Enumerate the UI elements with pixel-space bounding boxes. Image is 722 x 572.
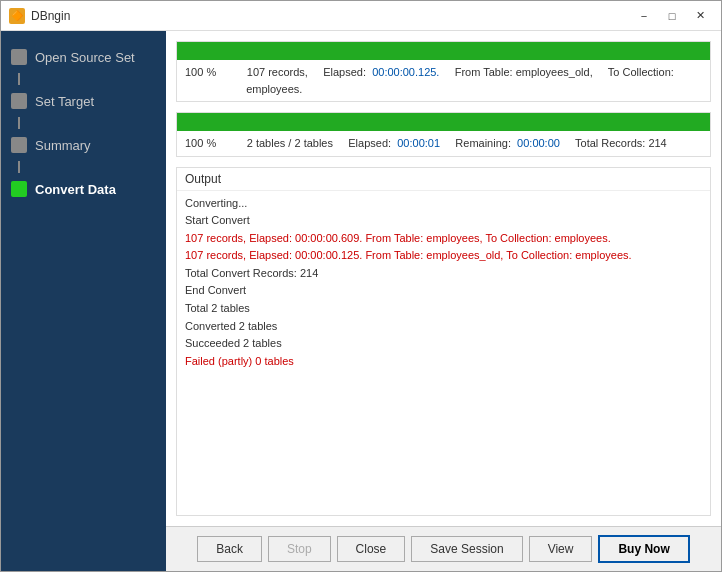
main-window: 🔶 DBngin − □ ✕ Open Source Set Set Targe…	[0, 0, 722, 572]
maximize-button[interactable]: □	[659, 6, 685, 26]
set-target-icon	[11, 93, 27, 109]
main-content: 100 % 107 records, Elapsed: 00:00:00.125…	[166, 31, 721, 526]
progress1-records: 107 records,	[247, 66, 308, 78]
output-line: Start Convert	[185, 212, 702, 230]
output-section: Output Converting...Start Convert107 rec…	[176, 167, 711, 517]
sidebar-item-convert-data[interactable]: Convert Data	[1, 173, 166, 205]
footer: Back Stop Close Save Session View Buy No…	[166, 526, 721, 571]
open-source-set-icon	[11, 49, 27, 65]
close-button[interactable]: ✕	[687, 6, 713, 26]
progress-bar-outer-2	[177, 113, 710, 131]
connector-line-3	[18, 161, 20, 173]
close-button-footer[interactable]: Close	[337, 536, 406, 562]
sidebar-item-open-source-set[interactable]: Open Source Set	[1, 41, 166, 73]
stop-button[interactable]: Stop	[268, 536, 331, 562]
progress2-percent: 100 %	[185, 137, 216, 149]
sidebar-item-summary-label: Summary	[35, 138, 91, 153]
output-text-area[interactable]: Converting...Start Convert107 records, E…	[177, 190, 710, 516]
progress2-remaining-time: 00:00:00	[517, 137, 560, 149]
progress1-to-label: To Collection:	[608, 66, 674, 78]
sidebar: Open Source Set Set Target Summary Conve…	[1, 31, 166, 571]
progress1-from-label: From Table: employees_old,	[455, 66, 593, 78]
output-line: Converted 2 tables	[185, 318, 702, 336]
view-button[interactable]: View	[529, 536, 593, 562]
summary-icon	[11, 137, 27, 153]
save-session-button[interactable]: Save Session	[411, 536, 522, 562]
minimize-button[interactable]: −	[631, 6, 657, 26]
progress-bar-outer-1	[177, 42, 710, 60]
sidebar-item-summary[interactable]: Summary	[1, 129, 166, 161]
progress1-percent: 100 %	[185, 66, 216, 78]
window-title: DBngin	[31, 9, 70, 23]
sidebar-item-convert-data-label: Convert Data	[35, 182, 116, 197]
progress1-elapsed-label: Elapsed:	[323, 66, 366, 78]
progress-section-2: 100 % 2 tables / 2 tables Elapsed: 00:00…	[176, 112, 711, 157]
sidebar-item-set-target[interactable]: Set Target	[1, 85, 166, 117]
output-line: Total Convert Records: 214	[185, 265, 702, 283]
output-label: Output	[177, 168, 710, 190]
title-bar-left: 🔶 DBngin	[9, 8, 70, 24]
connector-line-1	[18, 73, 20, 85]
window-controls: − □ ✕	[631, 6, 713, 26]
progress-info-1: 100 % 107 records, Elapsed: 00:00:00.125…	[177, 60, 710, 101]
output-line: Total 2 tables	[185, 300, 702, 318]
sidebar-item-set-target-label: Set Target	[35, 94, 94, 109]
output-line: Converting...	[185, 195, 702, 213]
back-button[interactable]: Back	[197, 536, 262, 562]
convert-data-icon	[11, 181, 27, 197]
progress2-tables: 2 tables / 2 tables	[247, 137, 333, 149]
output-line: Succeeded 2 tables	[185, 335, 702, 353]
title-bar: 🔶 DBngin − □ ✕	[1, 1, 721, 31]
progress2-remaining-label: Remaining:	[455, 137, 511, 149]
main-panel: 100 % 107 records, Elapsed: 00:00:00.125…	[166, 31, 721, 571]
progress-section-1: 100 % 107 records, Elapsed: 00:00:00.125…	[176, 41, 711, 102]
progress2-elapsed-time: 00:00:01	[397, 137, 440, 149]
progress2-total: Total Records: 214	[575, 137, 667, 149]
progress-bar-fill-1	[177, 42, 710, 60]
progress-info-2: 100 % 2 tables / 2 tables Elapsed: 00:00…	[177, 131, 710, 156]
progress-bar-fill-2	[177, 113, 710, 131]
progress1-elapsed-time: 00:00:00.125.	[372, 66, 439, 78]
output-line: 107 records, Elapsed: 00:00:00.609. From…	[185, 230, 702, 248]
output-line: 107 records, Elapsed: 00:00:00.125. From…	[185, 247, 702, 265]
output-line: End Convert	[185, 282, 702, 300]
progress2-elapsed-label: Elapsed:	[348, 137, 391, 149]
connector-line-2	[18, 117, 20, 129]
progress1-collection: employees.	[246, 83, 302, 95]
app-icon: 🔶	[9, 8, 25, 24]
buy-now-button[interactable]: Buy Now	[598, 535, 689, 563]
sidebar-item-open-source-set-label: Open Source Set	[35, 50, 135, 65]
output-line: Failed (partly) 0 tables	[185, 353, 702, 371]
content-area: Open Source Set Set Target Summary Conve…	[1, 31, 721, 571]
